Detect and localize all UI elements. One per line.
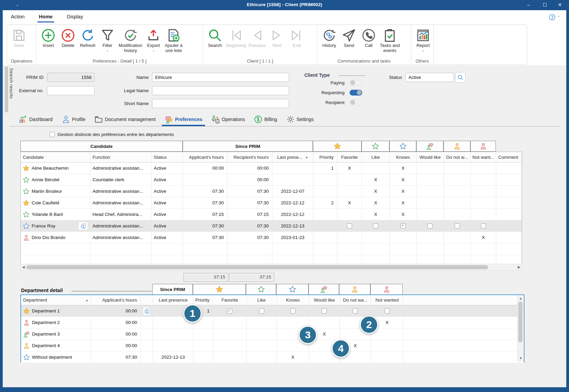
menu-tab-action[interactable]: Action [10,14,26,19]
pref-checkbox-do_not_want[interactable] [455,223,460,228]
candidate-row[interactable]: France RoyAdministrative assistan...Acti… [21,220,522,232]
pref-checkbox-favorite[interactable] [347,223,352,228]
hscroll-thumb[interactable] [26,265,488,269]
legal-name-field[interactable] [152,86,289,95]
pref-checkbox-knows[interactable] [401,223,406,228]
column-header-like[interactable]: Like [362,152,390,162]
menu-tab-display[interactable]: Display [66,14,85,19]
dropdown-caret-icon[interactable]: ⌄ [152,49,155,52]
tab-document-management[interactable]: Document management [94,115,155,124]
column-header-not_wanted[interactable]: Not want... [471,152,496,162]
refresh-button[interactable]: Refresh [78,27,98,49]
tab-operations[interactable]: Operations [211,115,245,124]
department-row[interactable]: Department 100:001 [21,305,524,317]
column-header-status[interactable]: Status [152,152,183,162]
tab-profile[interactable]: Profile [62,115,86,124]
save-button[interactable]: Save [9,27,29,49]
empty-row[interactable] [21,243,522,255]
tab-billing[interactable]: Billing [254,115,277,124]
tab-settings[interactable]: Settings [286,115,314,124]
scroll-down-icon[interactable]: ▼ [519,355,522,361]
report-button[interactable]: Report⌄ [413,27,433,52]
candidate-row[interactable]: Cole CaufieldAdministrative assistan...A… [21,197,522,209]
vscroll-thumb[interactable] [518,302,522,342]
preview-button[interactable] [78,222,88,231]
column-header-filler[interactable] [403,295,519,305]
column-header-favorite[interactable]: Favorite [213,295,247,305]
menu-tab-home[interactable]: Home [37,14,54,19]
help-icon[interactable] [549,14,556,21]
send-button[interactable]: Send [339,27,359,49]
scroll-up-icon[interactable]: ▲ [519,295,522,302]
column-header-applicant_hours[interactable]: Applicant's hours [91,295,141,305]
column-header-knows[interactable]: Knows [277,295,309,305]
pref-checkbox-favorite[interactable] [227,308,232,313]
pref-checkbox-like[interactable] [259,308,264,313]
column-header-applicant_hours[interactable]: Applicant's hours [183,152,228,162]
sidebar-tab-search-results[interactable]: Search results [9,68,14,99]
next-button[interactable]: Next [267,27,287,49]
column-header-favorite[interactable]: Favorite [337,152,362,162]
tasks-and-events-button[interactable]: Tasks and events [379,27,401,54]
candidates-hscrollbar[interactable]: ◀ ▶ [20,264,522,271]
column-header-like[interactable]: Like [247,295,277,305]
column-header-would_like[interactable]: Would like [417,152,444,162]
toggle-paying[interactable] [350,80,362,86]
pref-checkbox-would_like[interactable] [322,308,327,313]
column-header-knows[interactable]: Knows [390,152,417,162]
call-button[interactable]: Call [359,27,379,49]
sidebar-scroll-strip[interactable] [5,67,8,112]
column-header-priority[interactable]: Priority [313,152,337,162]
short-name-field[interactable] [152,99,289,108]
preview-button[interactable] [143,307,151,316]
column-header-candidate[interactable]: Candidate [21,152,90,162]
column-header-not_wanted[interactable]: Not wanted [371,295,403,305]
end-button[interactable]: End [287,27,306,49]
insert-button[interactable]: Insert [38,27,58,49]
scroll-right-icon[interactable]: ▶ [518,264,520,270]
prim-id-field[interactable] [47,73,95,82]
minimize-button[interactable]: – [521,0,536,10]
scroll-left-icon[interactable]: ◀ [22,264,25,270]
column-header-comment[interactable]: Comment [496,152,522,162]
modification-history-button[interactable]: Modification history [117,27,144,54]
candidate-row[interactable]: Annie BérubéCountable clerkActive00:00XX [21,174,522,186]
status-field[interactable] [405,73,454,82]
candidate-row[interactable]: Yolande B BarilHead Chef, Administra...A… [21,209,522,220]
column-header-last_presence[interactable]: Last prese...▲ [272,152,313,162]
maximize-button[interactable]: ☐ [537,0,553,10]
status-search-button[interactable] [455,72,466,83]
pref-checkbox-like[interactable] [373,223,378,228]
pref-checkbox-do_not_want[interactable] [353,308,358,313]
previous-button[interactable]: Previous [247,27,267,49]
candidate-row[interactable]: Martin BrodeurAdministrative assistan...… [21,186,522,197]
history-button[interactable]: History [319,27,339,49]
external-no-field[interactable] [47,86,95,95]
candidate-row[interactable]: Dino Dio BrandoAdministrative assistan..… [21,232,522,243]
column-header-department[interactable]: Department▲ [21,295,91,305]
toggle-recipient[interactable] [350,100,362,105]
column-header-recipient_hours[interactable]: Recipient's hours [228,152,272,162]
dropdown-caret-icon[interactable]: ⌄ [422,49,424,52]
toggle-requesting[interactable] [350,90,362,96]
export-button[interactable]: Export⌄ [144,27,163,52]
column-header-last_presence[interactable]: Last presence [153,295,194,305]
column-header-priority[interactable]: Priority [194,295,213,305]
close-button[interactable]: ✕ [552,0,568,10]
pref-checkbox-not_wanted[interactable] [385,308,390,313]
department-vscrollbar[interactable]: ▲ ▼ [517,295,523,361]
candidate-row[interactable]: Aline BeaucheminAdministrative assistan.… [21,163,522,174]
pref-checkbox-would_like[interactable] [428,223,433,228]
department-row[interactable]: Department 300:00X [21,328,524,340]
column-header-would_like[interactable]: Would like [309,295,340,305]
help-caret-icon[interactable]: ⌄ [557,14,560,17]
column-header-do_not_want[interactable]: Do not w... [444,152,471,162]
ajouter-à-une-liste-button[interactable]: Ajouter à une liste [163,27,184,54]
pref-checkbox-not_wanted[interactable] [481,223,486,228]
delete-button[interactable]: Delete [58,27,78,49]
department-row[interactable]: Department 200:00X [21,317,524,328]
column-header-preview[interactable] [141,295,153,305]
tab-dashboard[interactable]: Dashboard [19,115,53,124]
department-row[interactable]: Without department07:302022-12-13X [21,352,524,363]
search-button[interactable]: Search [205,27,225,49]
